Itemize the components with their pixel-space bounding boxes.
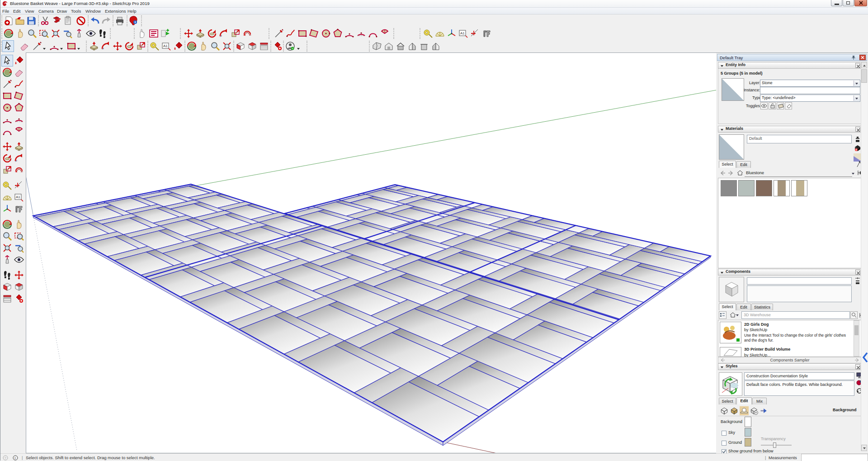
svg-text:?: ?	[5, 456, 7, 460]
svg-text:A1: A1	[163, 44, 168, 48]
svg-text:A1: A1	[460, 31, 465, 35]
svg-text:i: i	[15, 456, 16, 460]
svg-text:A1: A1	[16, 195, 20, 199]
